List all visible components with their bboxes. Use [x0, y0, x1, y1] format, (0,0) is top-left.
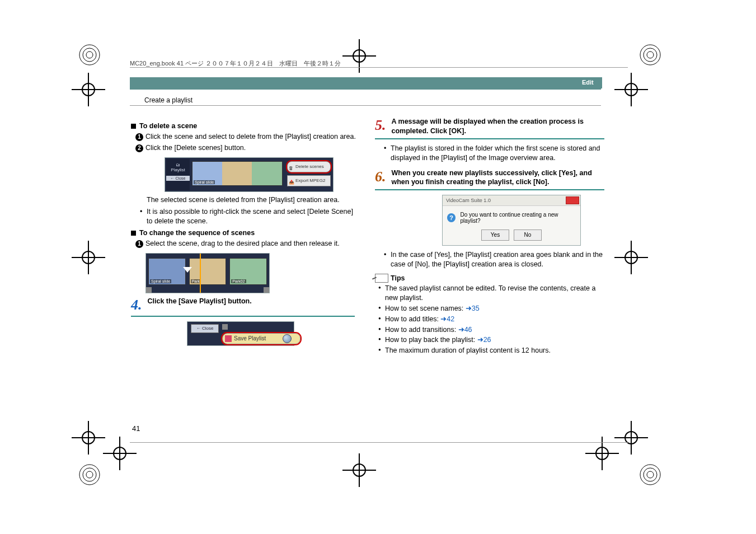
yes-button: Yes: [481, 229, 509, 241]
thumb-3-label: Park02: [231, 279, 246, 283]
step-1: 1Click the scene and select to delete fr…: [147, 132, 360, 142]
crossmark-left-top: [72, 73, 105, 106]
heading-delete-scene-text: To delete a scene: [139, 122, 197, 130]
tips-heading: Tips: [375, 274, 604, 283]
step-5-bullet: The playlist is stored in the folder whi…: [391, 144, 604, 163]
tip-1: The saved playlist cannot be edited. To …: [379, 284, 604, 303]
thumb-2: Park: [189, 258, 227, 285]
thumb-3: Park02: [229, 258, 267, 285]
step-1-text: Click the scene and select to delete fro…: [145, 133, 356, 140]
figure-save-playlist: ← Close Save Playlist: [187, 321, 294, 346]
step-5-text: A message will be displayed when the cre…: [392, 117, 605, 136]
xref-42[interactable]: ➜42: [440, 315, 454, 323]
close-button: ← Close: [191, 324, 219, 333]
section-tab-label: Edit: [582, 79, 594, 86]
svg-point-6: [79, 465, 100, 485]
svg-point-2: [86, 51, 93, 58]
crossmark-center-top: [342, 39, 376, 73]
delete-alt-bullet: It is also possible to right-click the s…: [147, 207, 360, 226]
crossmark-right-bot: [614, 421, 648, 455]
scene-thumbnails: Spiral slide: [192, 161, 283, 186]
svg-point-7: [83, 468, 96, 481]
export-mpeg2-label: Export MPEG2: [295, 178, 325, 183]
save-icon: [225, 335, 232, 342]
printmark-bl: [78, 463, 101, 486]
tip-3-text: How to add titles:: [385, 315, 440, 323]
heading-change-sequence-text: To change the sequence of scenes: [139, 229, 255, 237]
tip-2: How to set scene names: ➜35: [379, 304, 604, 313]
delete-scenes-button: 🗑Delete scenes: [287, 161, 331, 172]
xref-26[interactable]: ➜26: [477, 336, 491, 344]
step-num-2: 2: [135, 144, 143, 152]
svg-point-1: [83, 48, 96, 62]
confirm-dialog: VideoCam Suite 1.0 ? Do you want to cont…: [442, 195, 581, 246]
tip-6: The maximum duration of playlist content…: [379, 346, 604, 355]
tip-4-text: How to add transitions:: [385, 326, 458, 334]
scroll-right-icon: [264, 287, 269, 293]
tip-4: How to add transitions: ➜46: [379, 325, 604, 335]
no-button: No: [514, 229, 542, 241]
svg-point-8: [86, 471, 93, 478]
source-file-header: MC20_eng.book 41 ページ ２００７年１０月２４日 水曜日 午後２…: [130, 59, 341, 68]
svg-point-3: [640, 45, 660, 65]
tip-3: How to add titles: ➜42: [379, 315, 604, 324]
printmark-br: [639, 463, 661, 486]
tip-2-text: How to set scene names:: [385, 305, 466, 312]
step-4-text: Click the [Save Playlist] button.: [148, 297, 361, 306]
tips-icon: [375, 274, 388, 283]
action-buttons: 🗑Delete scenes 📤Export MPEG2: [287, 161, 331, 189]
thumb-1: Spiral slide: [148, 258, 186, 285]
step-number-4: 4.: [131, 297, 142, 313]
insert-marker: [200, 254, 201, 293]
section-banner: [130, 77, 601, 90]
dialog-message: Do you want to continue creating a new p…: [460, 212, 576, 224]
save-playlist-label: Save Playlist: [234, 335, 266, 341]
playlist-panel-label: Playlist: [166, 167, 190, 172]
tip-5-text: How to play back the playlist:: [385, 336, 477, 344]
svg-point-5: [647, 51, 654, 58]
svg-point-0: [79, 45, 100, 65]
export-icon: 📤: [289, 177, 294, 183]
scroll-left-icon: [146, 287, 152, 293]
figure-drag-sequence: Spiral slide Park Park02: [145, 253, 270, 293]
step-6-text: When you create new playlists successive…: [392, 168, 605, 188]
tip-5: How to play back the playlist: ➜26: [379, 335, 604, 345]
svg-point-4: [644, 48, 657, 62]
thumb-label: Spiral slide: [194, 180, 215, 184]
heading-change-sequence: To change the sequence of scenes: [131, 229, 360, 237]
header-rule: [130, 67, 628, 68]
step-num-1: 1: [135, 133, 143, 141]
dialog-title: VideoCam Suite 1.0: [446, 198, 491, 203]
xref-35[interactable]: ➜35: [466, 305, 480, 312]
step-seq-1: 1Select the scene, drag to the desired p…: [147, 239, 360, 249]
playlist-panel: 🗂 Playlist ← Close: [166, 159, 190, 190]
drag-cursor-icon: [183, 267, 192, 273]
step-2: 2Click the [Delete scenes] button.: [147, 143, 360, 153]
thumb-1-label: Spiral slide: [150, 279, 171, 283]
figure-delete-scenes: 🗂 Playlist ← Close Spiral slide 🗑Delete …: [165, 157, 334, 192]
printmark-tr: [639, 44, 661, 66]
divider-step4: [131, 316, 355, 317]
crossmark-left-mid: [72, 241, 105, 274]
step-seq-1-text: Select the scene, drag to the desired pl…: [145, 240, 340, 247]
tips-label: Tips: [391, 274, 405, 282]
delete-result-text: The selected scene is deleted from the […: [147, 195, 360, 205]
breadcrumb-rule: [130, 105, 601, 106]
heading-delete-scene: To delete a scene: [131, 122, 360, 130]
crossmark-right-mid: [614, 241, 648, 274]
page-number: 41: [132, 424, 140, 433]
divider-step5: [375, 138, 604, 139]
crossmark-left-bot: [72, 421, 105, 455]
step-num-seq-1: 1: [135, 240, 143, 248]
panel-close-btn: ← Close: [166, 176, 190, 181]
export-mpeg2-button: 📤Export MPEG2: [287, 175, 331, 186]
delete-scenes-label: Delete scenes: [295, 164, 324, 169]
svg-point-11: [647, 471, 654, 478]
crossmark-center-bot: [342, 453, 376, 487]
svg-point-10: [644, 468, 657, 481]
step-number-5: 5.: [375, 117, 386, 134]
breadcrumb: Create a playlist: [144, 96, 192, 104]
crossmark-left-bot2: [103, 437, 137, 470]
xref-46[interactable]: ➜46: [458, 326, 472, 334]
step-number-6: 6.: [375, 168, 386, 185]
